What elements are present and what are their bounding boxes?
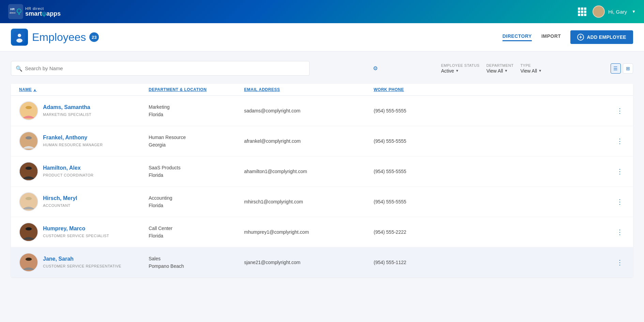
employee-count-badge: 23: [89, 32, 99, 42]
sort-arrow-icon: ▲: [33, 88, 36, 92]
filter-controls: EMPLOYEE STATUS Active ▼ DEPARTMENT View…: [441, 63, 542, 74]
status-chevron-icon: ▼: [455, 69, 459, 73]
svg-point-25: [26, 227, 32, 230]
employee-status-filter: EMPLOYEE STATUS Active ▼: [441, 63, 480, 74]
avatar: [19, 223, 38, 242]
import-nav-link[interactable]: IMPORT: [541, 33, 561, 41]
svg-point-10: [16, 39, 23, 43]
avatar: [19, 192, 38, 211]
email-column-header[interactable]: EMAIL ADDRESS: [244, 87, 374, 92]
action-cell: ⋮: [611, 227, 625, 237]
table-row: Adams, Samantha MARKETING SPECIALIST Mar…: [11, 96, 633, 126]
employee-name-cell: Jane, Sarah CUSTOMER SERVICE REPRESENTAT…: [19, 253, 149, 272]
phone-column-header[interactable]: WORK PHONE: [374, 87, 611, 92]
svg-point-16: [26, 136, 32, 139]
employee-name-link[interactable]: Jane, Sarah: [43, 256, 121, 262]
employee-status-dropdown[interactable]: Active ▼: [441, 68, 480, 74]
more-options-button[interactable]: ⋮: [615, 257, 625, 268]
svg-point-7: [595, 13, 602, 17]
employee-title: CUSTOMER SERVICE REPRESENTATIVE: [43, 264, 121, 268]
table-row: Frankel, Anthony HUMAN RESOURCE MANAGER …: [11, 126, 633, 156]
action-cell: ⋮: [611, 196, 625, 207]
more-options-button[interactable]: ⋮: [615, 166, 625, 177]
type-chevron-icon: ▼: [538, 69, 542, 73]
department-cell: SaaS ProductsFlorida: [149, 164, 244, 179]
more-options-button[interactable]: ⋮: [615, 105, 625, 116]
list-view-button[interactable]: ☰: [611, 63, 621, 74]
list-view-icon: ☰: [613, 66, 618, 71]
phone-cell: (954) 555-5555: [374, 138, 611, 144]
phone-cell: (954) 555-2222: [374, 229, 611, 235]
phone-cell: (954) 555-5555: [374, 108, 611, 113]
email-cell: sadams@complyright.com: [244, 108, 374, 113]
department-cell: SalesPompano Beach: [149, 255, 244, 270]
employee-title: CUSTOMER SERVICE SPECIALIST: [43, 234, 109, 238]
department-filter: DEPARTMENT View All ▼: [486, 63, 514, 74]
user-menu[interactable]: Hi, Gary ▼: [593, 5, 636, 18]
table-body: Adams, Samantha MARKETING SPECIALIST Mar…: [11, 96, 633, 277]
more-options-button[interactable]: ⋮: [615, 196, 625, 207]
more-options-button[interactable]: ⋮: [615, 227, 625, 237]
header-actions: DIRECTORY IMPORT + ADD EMPLOYEE: [503, 30, 633, 44]
employee-name-link[interactable]: Humprey, Marco: [43, 226, 109, 232]
search-input[interactable]: [11, 61, 310, 76]
apps-grid-icon[interactable]: [578, 7, 586, 16]
filter-bar: 🔍 ⚙ EMPLOYEE STATUS Active ▼ DEPARTMENT: [11, 61, 633, 76]
grid-view-button[interactable]: ⊞: [623, 63, 633, 74]
page-header: Employees 23 DIRECTORY IMPORT + ADD EMPL…: [0, 23, 644, 51]
department-cell: Call CenterFlorida: [149, 225, 244, 240]
phone-cell: (954) 555-1122: [374, 260, 611, 265]
action-cell: ⋮: [611, 105, 625, 116]
dept-column-header[interactable]: DEPARTMENT & LOCATION: [149, 87, 244, 92]
employee-name-link[interactable]: Frankel, Anthony: [43, 135, 103, 141]
user-avatar: [593, 5, 605, 18]
phone-cell: (954) 555-5555: [374, 169, 611, 174]
action-cell: ⋮: [611, 166, 625, 177]
table-row: Humprey, Marco CUSTOMER SERVICE SPECIALI…: [11, 217, 633, 247]
table-header: NAME ▲ DEPARTMENT & LOCATION EMAIL ADDRE…: [11, 84, 633, 96]
phone-cell: (954) 555-5555: [374, 199, 611, 204]
svg-text:direct: direct: [10, 12, 15, 14]
page-title-area: Employees 23: [11, 29, 99, 46]
svg-point-19: [26, 167, 32, 170]
employee-name-cell: Frankel, Anthony HUMAN RESOURCE MANAGER: [19, 132, 149, 151]
search-box: 🔍: [11, 61, 310, 76]
employee-title: PRODUCT COORDINATOR: [43, 173, 93, 177]
employee-name-link[interactable]: Hamilton, Alex: [43, 165, 93, 171]
employee-name-cell: Hirsch, Meryl ACCOUNTANT: [19, 192, 149, 211]
page-icon: [11, 29, 28, 46]
department-dropdown[interactable]: View All ▼: [486, 68, 514, 74]
svg-text:HR: HR: [10, 7, 15, 11]
user-greeting: Hi, Gary: [608, 9, 627, 15]
avatar: [19, 162, 38, 181]
add-employee-button[interactable]: + ADD EMPLOYEE: [570, 30, 633, 44]
avatar: [19, 132, 38, 151]
logo-text: HR direct smartψapps: [25, 6, 61, 17]
employee-name-cell: Adams, Samantha MARKETING SPECIALIST: [19, 101, 149, 120]
email-cell: mhumprey1@complyright.com: [244, 229, 374, 235]
view-toggle: ☰ ⊞: [611, 63, 633, 74]
type-dropdown[interactable]: View All ▼: [520, 68, 542, 74]
avatar: [19, 101, 38, 120]
filter-icon: ⚙: [373, 65, 378, 72]
logo-icon: HR direct: [8, 4, 23, 19]
svg-point-22: [26, 197, 32, 200]
plus-icon: +: [577, 34, 584, 41]
directory-nav-link[interactable]: DIRECTORY: [503, 33, 532, 41]
dept-chevron-icon: ▼: [504, 69, 508, 73]
email-cell: ahamilton1@complyright.com: [244, 169, 374, 174]
more-options-button[interactable]: ⋮: [615, 136, 625, 147]
type-filter: TYPE View All ▼: [520, 63, 542, 74]
svg-point-6: [597, 8, 601, 12]
employee-title: MARKETING SPECIALIST: [43, 112, 91, 117]
employee-name-link[interactable]: Adams, Samantha: [43, 104, 91, 110]
employee-name-link[interactable]: Hirsch, Meryl: [43, 195, 77, 201]
name-column-header[interactable]: NAME ▲: [19, 87, 149, 92]
action-cell: ⋮: [611, 257, 625, 268]
avatar: [19, 253, 38, 272]
department-cell: AccountingFlorida: [149, 194, 244, 210]
email-cell: afrankel@complyright.com: [244, 138, 374, 144]
svg-point-13: [26, 106, 32, 109]
employee-title: ACCOUNTANT: [43, 203, 71, 208]
action-cell: ⋮: [611, 136, 625, 147]
